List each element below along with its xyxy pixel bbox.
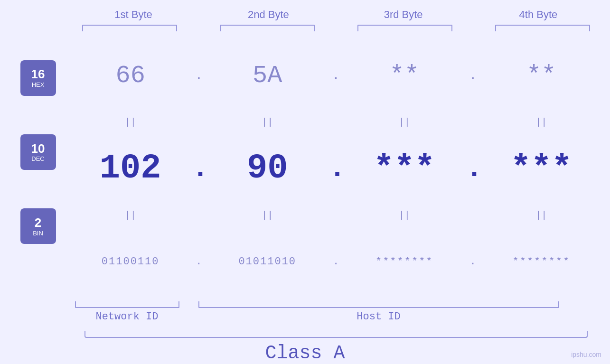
bracket-byte4 (495, 25, 590, 31)
bin-badge: 2 BIN (20, 208, 56, 244)
class-label: Class A (0, 343, 610, 364)
hex-sep1: . (192, 68, 206, 83)
bracket-host (198, 301, 559, 308)
byte2-header: 2nd Byte (211, 9, 325, 21)
hex-b3-value: ** (390, 62, 419, 90)
bin-row: 01100110 . 01011010 . ******** . *******… (62, 223, 610, 301)
bottom-brackets (75, 301, 597, 308)
bracket-byte2 (220, 25, 315, 31)
dec-sep2: . (328, 152, 343, 185)
equals-row-hex-dec: || || || || (62, 115, 610, 129)
eq6: || (210, 210, 324, 221)
eq7: || (347, 210, 461, 221)
eq5: || (74, 210, 188, 221)
dec-badge-num: 10 (31, 142, 45, 156)
network-id-label: Network ID (75, 311, 179, 323)
dec-b2-value: 90 (247, 149, 288, 188)
hex-b1-value: 66 (115, 62, 145, 90)
eq3: || (347, 117, 461, 128)
dec-badge-label: DEC (31, 155, 44, 162)
data-rows: 66 . 5A . ** . ** || || (62, 36, 610, 301)
dec-b4-cell: *** (484, 149, 598, 188)
hex-badge-label: HEX (32, 81, 45, 88)
byte1-header: 1st Byte (76, 9, 190, 21)
eq8: || (484, 210, 598, 221)
bin-b2-value: 01011010 (238, 256, 296, 268)
hex-b4-value: ** (526, 62, 556, 90)
bracket-network (75, 301, 179, 308)
eq1: || (74, 117, 188, 128)
dec-badge: 10 DEC (20, 134, 56, 170)
eq4: || (484, 117, 598, 128)
badges-column: 16 HEX 10 DEC 2 BIN (0, 36, 62, 301)
bottom-section: Network ID Host ID (75, 301, 597, 323)
bracket-byte3 (357, 25, 452, 31)
hex-b1-cell: 66 (74, 62, 188, 90)
big-bottom-bracket (84, 331, 588, 338)
dec-b3-value: *** (374, 149, 435, 188)
hex-badge-num: 16 (31, 67, 45, 81)
hex-badge: 16 HEX (20, 60, 56, 96)
dec-b1-value: 102 (100, 149, 161, 188)
byte4-header: 4th Byte (481, 9, 595, 21)
watermark: ipshu.com (571, 351, 601, 358)
hex-b2-cell: 5A (210, 62, 324, 90)
bin-b1-cell: 01100110 (74, 256, 188, 268)
bottom-labels: Network ID Host ID (75, 311, 597, 323)
byte3-header: 3rd Byte (347, 9, 460, 21)
top-brackets (75, 25, 597, 31)
bin-sep3: . (466, 256, 480, 268)
bin-sep2: . (328, 256, 343, 268)
bracket-byte1 (82, 25, 177, 31)
hex-b2-value: 5A (253, 62, 282, 90)
hex-b3-cell: ** (347, 62, 461, 90)
dec-b4-value: *** (511, 149, 572, 188)
bin-sep1: . (192, 256, 206, 268)
bin-b3-value: ******** (375, 256, 433, 268)
hex-sep2: . (328, 68, 343, 83)
byte-headers: 1st Byte 2nd Byte 3rd Byte 4th Byte (75, 0, 597, 21)
dec-b3-cell: *** (347, 149, 461, 188)
bin-b3-cell: ******** (347, 256, 461, 268)
bin-badge-label: BIN (33, 230, 43, 237)
dec-row: 102 . 90 . *** . *** (62, 129, 610, 208)
main-container: 1st Byte 2nd Byte 3rd Byte 4th Byte 16 H… (0, 0, 610, 364)
hex-row: 66 . 5A . ** . ** (62, 36, 610, 115)
dec-b2-cell: 90 (210, 149, 324, 188)
equals-row-dec-bin: || || || || (62, 208, 610, 223)
eq2: || (210, 117, 324, 128)
bin-badge-num: 2 (35, 216, 41, 230)
bin-b4-cell: ******** (484, 256, 598, 268)
bin-b4-value: ******** (513, 256, 571, 268)
dec-b1-cell: 102 (74, 149, 188, 188)
main-grid: 16 HEX 10 DEC 2 BIN 66 . 5A (0, 36, 610, 301)
bin-b1-value: 01100110 (102, 256, 160, 268)
hex-sep3: . (466, 68, 480, 83)
dec-sep3: . (466, 152, 480, 185)
hex-b4-cell: ** (484, 62, 598, 90)
host-id-label: Host ID (198, 311, 559, 323)
bin-b2-cell: 01011010 (210, 256, 324, 268)
dec-sep1: . (192, 152, 206, 185)
